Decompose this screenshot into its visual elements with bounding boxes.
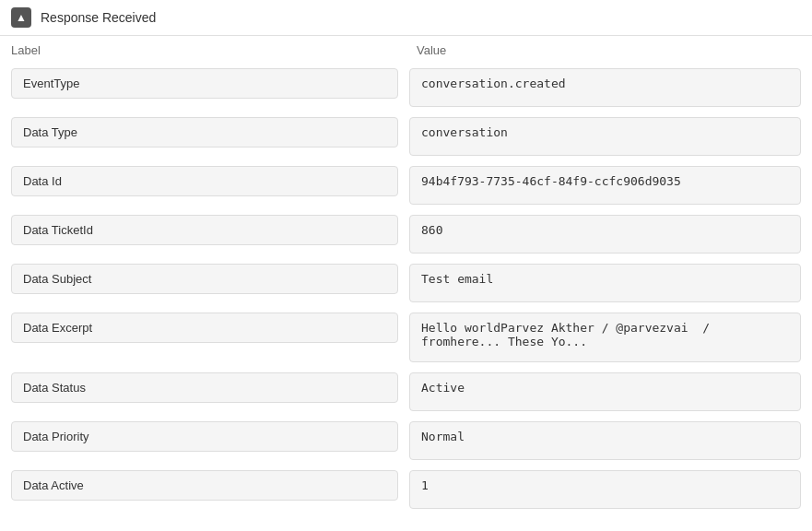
- value-column-header: Value: [417, 43, 801, 57]
- panel-header: ▲ Response Received: [0, 0, 812, 36]
- label-cell: [11, 117, 398, 159]
- label-cell: [11, 68, 398, 110]
- label-cell: [11, 313, 398, 365]
- label-cell: [11, 421, 398, 463]
- table-row: [0, 211, 812, 260]
- collapse-icon: ▲: [16, 12, 27, 23]
- value-textarea[interactable]: [409, 372, 801, 411]
- label-input[interactable]: [11, 372, 398, 403]
- value-textarea[interactable]: [409, 264, 801, 302]
- label-column-header: Label: [11, 43, 417, 57]
- value-cell: [409, 470, 801, 512]
- label-input[interactable]: [11, 470, 398, 501]
- panel-title: Response Received: [41, 10, 156, 25]
- label-cell: [11, 215, 398, 256]
- label-cell: [11, 470, 398, 512]
- value-cell: [409, 68, 801, 110]
- table-row: [0, 162, 812, 211]
- value-cell: [409, 264, 801, 305]
- label-cell: [11, 372, 398, 414]
- table-row: [0, 260, 812, 309]
- column-headers: Label Value: [0, 36, 812, 65]
- label-input[interactable]: [11, 215, 398, 245]
- label-input[interactable]: [11, 68, 398, 99]
- collapse-button[interactable]: ▲: [11, 7, 31, 28]
- table-row: [0, 309, 812, 369]
- value-cell: [409, 421, 801, 463]
- label-input[interactable]: [11, 264, 398, 294]
- value-textarea[interactable]: [409, 117, 801, 156]
- table-row: [0, 418, 812, 466]
- table-row: [0, 466, 812, 515]
- table-row: [0, 113, 812, 162]
- response-panel: ▲ Response Received Label Value: [0, 0, 812, 515]
- value-textarea[interactable]: [409, 215, 801, 254]
- table-container: Label Value: [0, 36, 812, 515]
- value-textarea[interactable]: [409, 68, 801, 107]
- label-cell: [11, 166, 398, 207]
- label-input[interactable]: [11, 117, 398, 148]
- value-textarea[interactable]: [409, 166, 801, 205]
- value-textarea[interactable]: [409, 470, 801, 509]
- value-textarea[interactable]: [409, 421, 801, 460]
- value-cell: [409, 215, 801, 256]
- table-row: [0, 65, 812, 113]
- label-cell: [11, 264, 398, 305]
- value-cell: [409, 372, 801, 414]
- label-input[interactable]: [11, 166, 398, 196]
- value-cell: [409, 166, 801, 207]
- rows-container: [0, 65, 812, 515]
- label-input[interactable]: [11, 421, 398, 452]
- value-textarea[interactable]: [409, 313, 801, 362]
- value-cell: [409, 313, 801, 365]
- table-row: [0, 369, 812, 418]
- label-input[interactable]: [11, 313, 398, 343]
- value-cell: [409, 117, 801, 159]
